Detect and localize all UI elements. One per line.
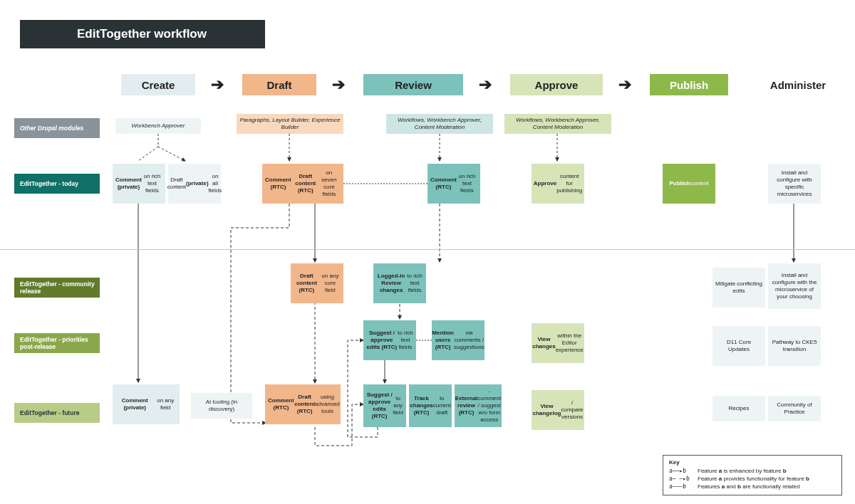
title-text: EditTogether workflow [77, 27, 207, 41]
row-other-modules: Other Drupal modules [14, 118, 100, 138]
today-create-draft: Draft content (private) on all fields [168, 164, 221, 204]
today-draft-content: Draft content (RTC) on seven core fields [291, 164, 343, 204]
key-legend: Key a──▸bFeature a is enhanced by featur… [663, 455, 842, 495]
fut-draft2: Draft content (RTC) using advanced tools [294, 384, 341, 424]
mod-approve: Workflows, Workbench Approver, Content M… [504, 114, 611, 134]
fut-review2: Track changes (RTC) to current draft [409, 384, 452, 427]
today-admin: Install and configure with specific micr… [768, 164, 821, 204]
stage-review: Review [363, 74, 463, 95]
arrow-icon: ➔ [211, 75, 224, 94]
key-enhanced: Feature a is enhanced by feature b [698, 468, 787, 474]
post-admin2: Pathway to CKE5 transition [768, 326, 821, 366]
mod-create: Workbench Approver [115, 118, 201, 134]
comm-admin2: Install and configure with the microserv… [768, 263, 821, 309]
stage-administer: Administer [755, 74, 841, 95]
today-approve: Approve content for publishing [532, 164, 584, 204]
fut-approve: View changelog / compare versions [532, 390, 584, 430]
divider-line [0, 249, 855, 250]
fut-admin1: Recipes [712, 396, 765, 421]
row-future: EditTogether - future [14, 403, 100, 423]
post-approve: View changes within the Editor experienc… [532, 323, 584, 363]
comm-draft: Draft content (RTC) on any core field [291, 263, 343, 303]
key-provides: Feature a provides functionality for fea… [698, 476, 809, 482]
row-post-release: EditTogether - priorities post-release [14, 333, 100, 353]
post-review2: Mention users (RTC) via comments / sugge… [432, 320, 484, 360]
mod-draft: Paragraphs, Layout Builder, Experience B… [237, 114, 343, 134]
fut-review3: External review (RTC) - comment / sugges… [455, 384, 502, 427]
stage-create: Create [121, 74, 195, 95]
comm-admin1: Mitigate conflicting edits [712, 268, 765, 308]
row-community: EditTogether - community release [14, 278, 100, 298]
today-publish: Publish content [663, 164, 715, 204]
fut-create: Comment (private) on any field [113, 384, 180, 424]
today-review: Comment (RTC) on rich text fields [428, 164, 480, 204]
post-review1: Suggest / approve edits (RTC) to rich te… [363, 320, 416, 360]
arrow-icon: ➔ [332, 75, 345, 94]
key-related: Features a and b are functionally relate… [698, 483, 800, 490]
arrow-icon: ➔ [618, 75, 631, 94]
stage-publish: Publish [650, 74, 728, 95]
today-create-comment: Comment (private) on rich text fields [113, 164, 165, 204]
fut-ai: AI tooling (in discovery) [191, 393, 252, 419]
key-title: Key [669, 459, 836, 466]
post-admin1: D11 Core Updates [712, 326, 765, 366]
arrow-icon: ➔ [479, 75, 492, 94]
title-bar: EditTogether workflow [20, 20, 265, 48]
fut-admin2: Community of Practice [768, 396, 821, 421]
fut-review1: Suggest / approve edits (RTC) to any fie… [363, 384, 406, 427]
row-today: EditTogether - today [14, 174, 100, 194]
comm-review: Logged-in Review changes to rich text fi… [373, 263, 426, 303]
stage-approve: Approve [510, 74, 603, 95]
mod-review: Workflows, Workbench Approver, Content M… [386, 114, 493, 134]
stage-draft: Draft [242, 74, 316, 95]
